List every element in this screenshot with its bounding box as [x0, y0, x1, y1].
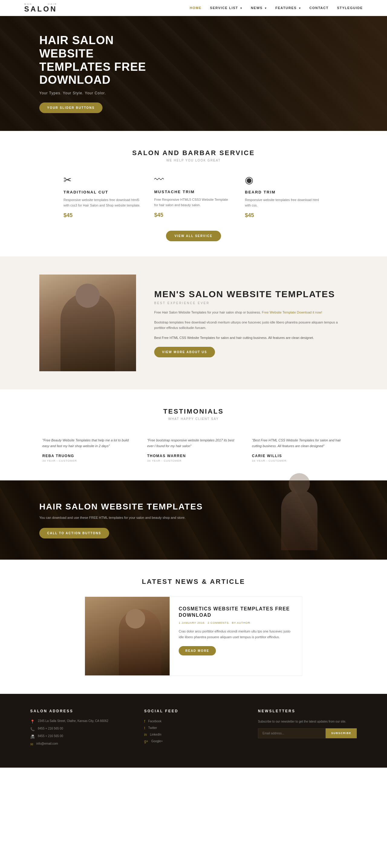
footer-address-1: 📍 2345 La Salla Street, Olathe, Kansas C…	[30, 719, 129, 724]
news-comments: 2 COMMENTS	[208, 621, 229, 624]
newsletter-email-input[interactable]	[258, 728, 326, 738]
footer-newsletter-col: NEWSLETTERS Subscribe to our newsletter …	[258, 709, 357, 749]
testimonial-2: "Free bootstrap responsive website templ…	[147, 437, 240, 462]
hero-section: HAIR SALON WEBSITE TEMPLATES FREE DOWNLO…	[0, 16, 387, 131]
news-card: COSMETICS WEBSITE TEMPLATES FREE DOWNLOA…	[85, 596, 302, 676]
services-title: SALON AND BARBAR SERVICE	[24, 149, 363, 157]
mustache-icon: 〰	[154, 174, 233, 185]
cta-title: HAIR SALON WEBSITE TEMPLATES	[39, 502, 203, 512]
news-date: 1 JANUARY 2016	[179, 621, 205, 624]
service-price-1: $45	[63, 212, 142, 219]
navbar: MAN HAIR SALON HOME SERVICE LIST NEWS FE…	[0, 0, 387, 16]
news-article-title: COSMETICS WEBSITE TEMPLATES FREE DOWNLOA…	[179, 606, 293, 619]
hero-title: HAIR SALON WEBSITE TEMPLATES FREE DOWNLO…	[39, 34, 157, 87]
service-card-3: ◉ BEARD TRIM Responsive website template…	[245, 174, 324, 219]
nav-home[interactable]: HOME	[190, 6, 202, 10]
testimonial-1: "Free Beauty Website Templates that help…	[42, 437, 135, 462]
nav-links: HOME SERVICE LIST NEWS FEATURES CONTACT …	[190, 6, 363, 10]
footer-social-title: SOCIAL FEED	[144, 709, 243, 713]
footer-grid: SALON ADDRESS 📍 2345 La Salla Street, Ol…	[30, 709, 357, 749]
service-price-2: $45	[154, 212, 233, 218]
footer-fax-1: 📠 8455 + 216 565 00	[30, 734, 129, 739]
footer-address-col: SALON ADDRESS 📍 2345 La Salla Street, Ol…	[30, 709, 129, 749]
news-section: LATEST NEWS & ARTICLE COSMETICS WEBSITE …	[0, 560, 387, 694]
testimonials-sub: WHAT HAPPY CLIENT SAY	[24, 417, 363, 421]
brand-salon: SALON	[24, 5, 57, 13]
testimonials-grid: "Free Beauty Website Templates that help…	[42, 437, 345, 462]
social-linkedin[interactable]: in LinkedIn	[144, 733, 243, 737]
testimonial-role-2: 34 YEAR - CUSTOMER	[147, 459, 240, 462]
social-twitter[interactable]: t Twitter	[144, 726, 243, 730]
footer-social-col: SOCIAL FEED f Facebook t Twitter in Link…	[144, 709, 243, 749]
about-image	[39, 275, 136, 371]
view-all-service-button[interactable]: VIEW ALL SERVICE	[166, 231, 221, 241]
about-download-link[interactable]: Free Website Template Download it now!	[262, 310, 322, 314]
about-sub: BEST EXPERIENCE EVER	[154, 302, 348, 305]
testimonials-title: TESTIMONIALS	[24, 407, 363, 415]
news-article-image	[85, 597, 170, 675]
social-facebook[interactable]: f Facebook	[144, 719, 243, 723]
twitter-icon: t	[144, 726, 145, 730]
about-intro: Free Hair Salon Website Templates for yo…	[154, 310, 348, 315]
email-icon: ✉	[30, 742, 33, 746]
newsletter-subscribe-button[interactable]: SUBSCRIBE	[326, 728, 357, 738]
testimonial-quote-3: "Best Free HTML CSS Website Templates fo…	[252, 437, 345, 449]
hero-content: HAIR SALON WEBSITE TEMPLATES FREE DOWNLO…	[0, 34, 157, 113]
footer-phone-1: 📞 8455 + 216 565 00	[30, 727, 129, 731]
nav-styleguide[interactable]: STYLEGUIDE	[337, 6, 363, 10]
service-name-3: BEARD TRIM	[245, 190, 324, 194]
social-googleplus[interactable]: g+ Google+	[144, 739, 243, 743]
testimonial-name-3: CARIE WILLIS	[252, 454, 345, 458]
nav-news[interactable]: NEWS	[251, 6, 267, 10]
about-content: MEN'S SALON WEBSITE TEMPLATES BEST EXPER…	[154, 289, 348, 358]
service-desc-2: Free Responsive HTML5 CSS3 Website Templ…	[154, 197, 233, 208]
testimonial-quote-1: "Free Beauty Website Templates that help…	[42, 437, 135, 449]
scissors-icon: ✂	[63, 174, 142, 186]
testimonial-role-3: 34 YEAR - CUSTOMER	[252, 459, 345, 462]
nav-contact[interactable]: CONTACT	[309, 6, 328, 10]
about-extra: Best Free HTML CSS Website Templates for…	[154, 335, 348, 341]
nav-features[interactable]: FEATURES	[275, 6, 301, 10]
service-name-2: MUSTACHE TRIM	[154, 190, 233, 194]
testimonials-section: TESTIMONIALS WHAT HAPPY CLIENT SAY "Free…	[0, 390, 387, 480]
testimonial-3: "Best Free HTML CSS Website Templates fo…	[252, 437, 345, 462]
footer-email-1: ✉ info@email.com	[30, 742, 129, 746]
footer-newsletter-title: NEWSLETTERS	[258, 709, 357, 713]
brand-logo[interactable]: MAN HAIR SALON	[24, 3, 57, 13]
phone-icon: 📞	[30, 727, 35, 731]
testimonial-name-2: THOMAS WARREN	[147, 454, 240, 458]
cta-section: HAIR SALON WEBSITE TEMPLATES You can dow…	[0, 480, 387, 560]
hero-subtitle: Your Types. Your Style. Your Color.	[39, 91, 157, 95]
service-desc-3: Responsive website templates free downlo…	[245, 197, 324, 208]
services-sub: WE HELP YOU LOOK GREAT	[24, 159, 363, 162]
cta-content: HAIR SALON WEBSITE TEMPLATES You can dow…	[39, 502, 203, 538]
about-more-button[interactable]: VIEW MORE ABOUT US	[154, 347, 215, 358]
about-section: MEN'S SALON WEBSITE TEMPLATES BEST EXPER…	[0, 256, 387, 390]
news-read-more-button[interactable]: READ MORE	[179, 646, 216, 655]
service-card-1: ✂ TRADITIONAL CUT Responsive website tem…	[63, 174, 142, 219]
location-icon: 📍	[30, 719, 35, 724]
nav-service-list[interactable]: SERVICE LIST	[210, 6, 242, 10]
footer-address-title: SALON ADDRESS	[30, 709, 129, 713]
testimonial-role-1: 34 YEAR - CUSTOMER	[42, 459, 135, 462]
service-name-1: TRADITIONAL CUT	[63, 190, 142, 194]
facebook-icon: f	[144, 719, 145, 723]
cta-desc: You can download and use these FREE HTML…	[39, 515, 203, 521]
beard-icon: ◉	[245, 174, 324, 186]
about-title: MEN'S SALON WEBSITE TEMPLATES	[154, 289, 348, 300]
news-content: COSMETICS WEBSITE TEMPLATES FREE DOWNLOA…	[170, 597, 302, 675]
news-author: BY AUTHOR	[232, 621, 250, 624]
hero-cta-button[interactable]: YOUR SLIDER BUTTONS	[39, 102, 102, 113]
fax-icon: 📠	[30, 735, 35, 739]
linkedin-icon: in	[144, 733, 147, 737]
services-section: SALON AND BARBAR SERVICE WE HELP YOU LOO…	[0, 131, 387, 256]
footer: SALON ADDRESS 📍 2345 La Salla Street, Ol…	[0, 694, 387, 768]
news-title: LATEST NEWS & ARTICLE	[39, 578, 348, 586]
news-meta: 1 JANUARY 2016 2 COMMENTS BY AUTHOR	[179, 621, 293, 624]
testimonial-quote-2: "Free bootstrap responsive website templ…	[147, 437, 240, 449]
cta-button[interactable]: CALL TO ACTION BUTTONS	[39, 528, 109, 538]
googleplus-icon: g+	[144, 739, 148, 743]
service-price-3: $45	[245, 212, 324, 219]
service-card-2: 〰 MUSTACHE TRIM Free Responsive HTML5 CS…	[154, 174, 233, 219]
newsletter-form: SUBSCRIBE	[258, 728, 357, 738]
